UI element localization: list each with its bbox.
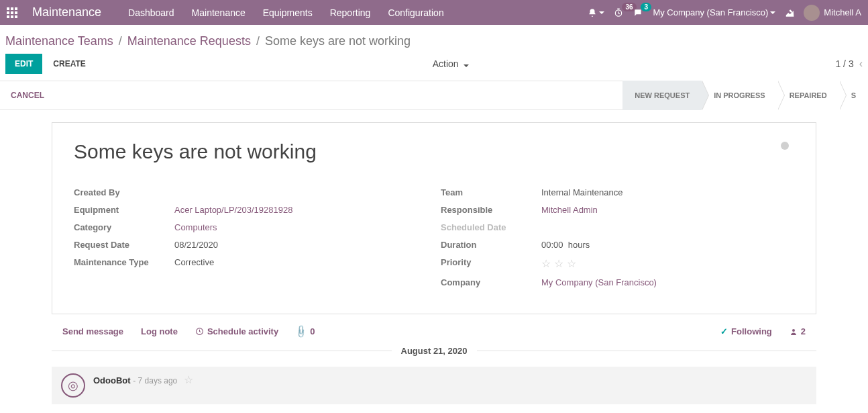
- message-item: ◎ OdooBot - 7 days ago ☆: [52, 367, 816, 404]
- nav-dashboard[interactable]: Dashboard: [128, 7, 174, 18]
- request-date-value: 08/21/2020: [174, 240, 427, 250]
- log-note-button[interactable]: Log note: [141, 326, 178, 336]
- scheduled-date-value: [541, 222, 794, 232]
- messaging-bar: Send message Log note Schedule activity …: [52, 326, 816, 346]
- category-value[interactable]: Computers: [174, 222, 427, 232]
- scheduled-date-label: Scheduled Date: [441, 222, 541, 232]
- equipment-value[interactable]: Acer Laptop/LP/203/19281928: [174, 205, 427, 215]
- following-button[interactable]: ✓ Following: [720, 326, 772, 336]
- apps-icon[interactable]: [7, 7, 17, 18]
- duration-label: Duration: [441, 240, 541, 250]
- category-label: Category: [74, 222, 174, 232]
- check-icon: ✓: [720, 326, 728, 336]
- chat-badge: 3: [641, 3, 651, 11]
- breadcrumb-current: Some keys are not working: [265, 34, 411, 48]
- top-header: Maintenance Dashboard Maintenance Equipm…: [0, 0, 868, 25]
- priority-stars: ☆☆☆: [541, 257, 794, 270]
- stage-in-progress[interactable]: IN PROGRESS: [702, 81, 777, 110]
- star-icon[interactable]: ☆: [567, 257, 576, 270]
- responsible-value[interactable]: Mitchell Admin: [541, 205, 794, 215]
- breadcrumb-sep: /: [256, 34, 260, 48]
- duration-value: 00:00 hours: [541, 240, 794, 250]
- clock-icon: [195, 327, 204, 336]
- maintenance-type-label: Maintenance Type: [74, 257, 174, 267]
- person-icon: [790, 328, 798, 336]
- form-card: Some keys are not working Created By Equ…: [52, 122, 816, 314]
- user-menu[interactable]: Mitchell A: [804, 5, 861, 21]
- pager: 1 / 3: [835, 58, 853, 69]
- avatar: [804, 5, 820, 21]
- chat-icon[interactable]: 3: [633, 8, 643, 17]
- date-separator-text: August 21, 2020: [392, 346, 477, 356]
- pager-prev-icon[interactable]: ‹: [859, 58, 863, 70]
- priority-label: Priority: [441, 257, 541, 270]
- control-row: EDIT CREATE Action 1 / 3 ‹: [0, 54, 868, 81]
- star-icon[interactable]: ☆: [184, 374, 193, 385]
- breadcrumb-teams[interactable]: Maintenance Teams: [5, 34, 113, 48]
- timer-icon[interactable]: 36: [614, 8, 623, 17]
- nav-equipments[interactable]: Equipments: [263, 7, 313, 18]
- nav-configuration[interactable]: Configuration: [388, 7, 443, 18]
- stage-repaired[interactable]: REPAIRED: [777, 81, 839, 110]
- schedule-activity-button[interactable]: Schedule activity: [195, 326, 278, 336]
- followers-button[interactable]: 2: [790, 326, 806, 336]
- stage-new-request[interactable]: NEW REQUEST: [622, 81, 702, 110]
- team-label: Team: [441, 187, 541, 197]
- nav-reporting[interactable]: Reporting: [330, 7, 371, 18]
- responsible-label: Responsible: [441, 205, 541, 215]
- created-by-label: Created By: [74, 187, 174, 197]
- maintenance-type-value: Corrective: [174, 257, 427, 267]
- message-author: OdooBot: [93, 375, 131, 385]
- nav-maintenance[interactable]: Maintenance: [192, 7, 246, 18]
- bot-avatar-icon: ◎: [61, 373, 85, 398]
- edit-button[interactable]: EDIT: [5, 54, 42, 74]
- form-left-col: Created By EquipmentAcer Laptop/LP/203/1…: [74, 187, 427, 295]
- create-button[interactable]: CREATE: [46, 54, 92, 74]
- company-value[interactable]: My Company (San Francisco): [541, 277, 794, 287]
- cancel-button[interactable]: CANCEL: [0, 91, 55, 100]
- record-title: Some keys are not working: [74, 140, 794, 163]
- date-separator: August 21, 2020: [52, 346, 816, 356]
- star-icon[interactable]: ☆: [541, 257, 551, 270]
- form-right-col: TeamInternal Maintenance ResponsibleMitc…: [441, 187, 794, 295]
- breadcrumb-sep: /: [119, 34, 122, 48]
- svg-point-2: [792, 329, 795, 332]
- paperclip-icon: 📎: [294, 324, 309, 339]
- request-date-label: Request Date: [74, 240, 174, 250]
- equipment-label: Equipment: [74, 205, 174, 215]
- bell-icon[interactable]: [588, 8, 604, 17]
- breadcrumb-requests[interactable]: Maintenance Requests: [127, 34, 251, 48]
- send-message-button[interactable]: Send message: [62, 326, 123, 336]
- company-selector[interactable]: My Company (San Francisco): [653, 7, 775, 17]
- company-name: My Company (San Francisco): [653, 7, 768, 17]
- company-label: Company: [441, 277, 541, 287]
- star-icon[interactable]: ☆: [554, 257, 563, 270]
- user-name: Mitchell A: [824, 7, 861, 17]
- stage-bar: NEW REQUEST IN PROGRESS REPAIRED S: [622, 81, 868, 110]
- action-dropdown[interactable]: Action: [433, 58, 469, 69]
- attachments-button[interactable]: 📎 0: [296, 326, 315, 336]
- status-bar: CANCEL NEW REQUEST IN PROGRESS REPAIRED …: [0, 81, 868, 110]
- kanban-state-dot[interactable]: [781, 142, 789, 150]
- team-value: Internal Maintenance: [541, 187, 794, 197]
- created-by-value: [174, 187, 427, 197]
- settings-icon[interactable]: [785, 8, 794, 17]
- app-name: Maintenance: [32, 5, 101, 19]
- message-time: - 7 days ago: [133, 376, 177, 385]
- breadcrumb: Maintenance Teams / Maintenance Requests…: [0, 25, 868, 54]
